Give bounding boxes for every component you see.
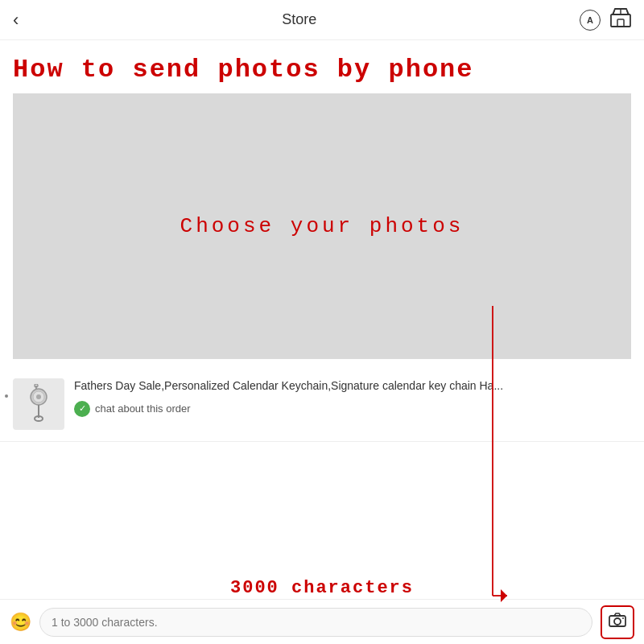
nav-icons: A [580, 8, 631, 31]
store-icon[interactable] [610, 8, 631, 31]
svg-rect-0 [611, 14, 630, 27]
order-chat-row: ✓ chat about this order [74, 401, 631, 417]
svg-point-9 [35, 416, 43, 421]
nav-title: Store [282, 11, 316, 28]
check-icon: ✓ [74, 401, 90, 417]
product-title: Fathers Day Sale,Personalized Calendar K… [74, 378, 631, 394]
translate-icon[interactable]: A [580, 10, 601, 31]
char-label: 3000 characters [230, 578, 414, 598]
headline: How to send photos by phone [0, 40, 644, 93]
svg-rect-1 [617, 19, 624, 27]
product-image [13, 378, 64, 430]
camera-button[interactable] [601, 605, 634, 639]
svg-point-7 [36, 394, 41, 399]
emoji-button[interactable]: 😊 [10, 612, 31, 633]
message-bar: 😊 [0, 599, 644, 644]
camera-icon [609, 613, 626, 631]
product-info: Fathers Day Sale,Personalized Calendar K… [74, 378, 631, 417]
svg-point-13 [614, 618, 621, 625]
photo-area[interactable]: Choose your photos [13, 93, 631, 359]
choose-photos-text: Choose your photos [180, 214, 464, 238]
chat-label: chat about this order [95, 402, 191, 415]
decorative-dot [5, 394, 8, 398]
message-input[interactable] [39, 608, 592, 637]
product-card: Fathers Day Sale,Personalized Calendar K… [0, 367, 644, 442]
nav-bar: ‹ Store A [0, 0, 644, 40]
back-button[interactable]: ‹ [13, 10, 19, 31]
svg-point-14 [622, 617, 624, 619]
